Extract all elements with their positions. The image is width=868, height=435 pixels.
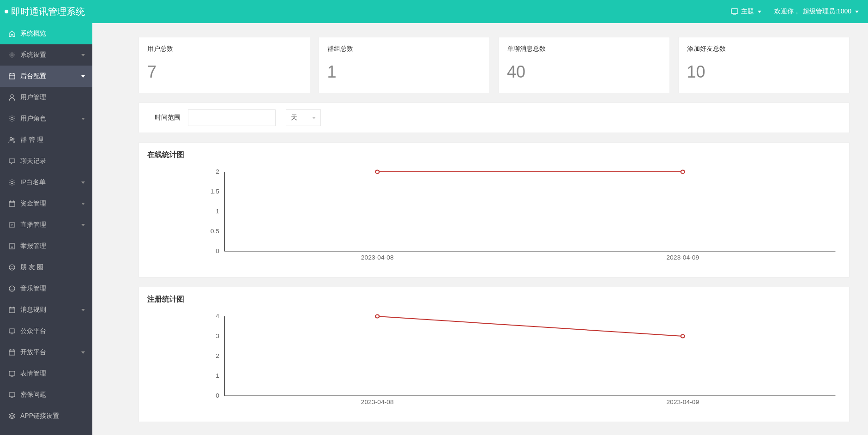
- online-stats-chart: 00.511.522023-04-082023-04-09: [147, 166, 841, 263]
- sidebar: 系统概览系统设置后台配置用户管理用户角色群 管 理聊天记录IP白名单资金管理直播…: [0, 23, 92, 435]
- svg-point-19: [11, 266, 12, 267]
- sidebar-item-label: 系统概览: [20, 30, 46, 38]
- gear-icon: [8, 179, 16, 186]
- svg-text:0: 0: [216, 393, 219, 399]
- svg-rect-30: [9, 350, 15, 355]
- svg-rect-34: [9, 371, 15, 375]
- svg-point-23: [12, 288, 13, 289]
- theme-label: 主题: [741, 7, 754, 16]
- chevron-down-icon: [81, 309, 85, 311]
- svg-point-55: [681, 335, 685, 338]
- theme-button[interactable]: 主题: [731, 7, 761, 16]
- stats-row: 用户总数7群组总数1单聊消息总数40添加好友总数10: [139, 37, 850, 93]
- user-menu[interactable]: 欢迎你， 超级管理员:1000: [774, 7, 859, 16]
- sidebar-item-14[interactable]: 公众平台: [0, 320, 92, 342]
- monitor-icon: [8, 370, 16, 377]
- chat-icon: [8, 157, 16, 165]
- stat-card-2: 单聊消息总数40: [498, 37, 670, 93]
- group-icon: [8, 136, 16, 144]
- sidebar-item-4[interactable]: 用户角色: [0, 108, 92, 129]
- sidebar-item-label: 密保问题: [20, 391, 46, 399]
- calendar-icon: [8, 200, 16, 207]
- sidebar-item-label: 表情管理: [20, 369, 46, 378]
- online-stats-chart-card: 在线统计图 00.511.522023-04-082023-04-09: [139, 142, 850, 278]
- chevron-down-icon: [81, 181, 85, 184]
- svg-text:2023-04-09: 2023-04-09: [666, 254, 699, 261]
- sidebar-item-8[interactable]: 资金管理: [0, 193, 92, 214]
- sidebar-item-3[interactable]: 用户管理: [0, 87, 92, 108]
- sidebar-item-label: 音乐管理: [20, 284, 46, 293]
- play-icon: [8, 221, 16, 229]
- chart-title: 在线统计图: [147, 150, 841, 160]
- sidebar-item-label: APP链接设置: [20, 412, 59, 420]
- sidebar-item-10[interactable]: 举报管理: [0, 236, 92, 257]
- sidebar-item-12[interactable]: 音乐管理: [0, 278, 92, 299]
- svg-point-10: [12, 138, 14, 140]
- svg-text:2: 2: [216, 353, 219, 359]
- stat-value: 1: [327, 62, 482, 82]
- svg-text:1.5: 1.5: [211, 188, 219, 195]
- chevron-down-icon: [81, 75, 85, 78]
- sidebar-item-2[interactable]: 后台配置: [0, 66, 92, 87]
- sidebar-item-13[interactable]: 消息规则: [0, 299, 92, 320]
- chevron-down-icon: [81, 224, 85, 226]
- stat-value: 10: [687, 62, 841, 82]
- smile-icon: [8, 264, 16, 271]
- stat-value: 7: [147, 62, 301, 82]
- sidebar-item-11[interactable]: 朋 友 圈: [0, 257, 92, 278]
- sidebar-item-0[interactable]: 系统概览: [0, 23, 92, 44]
- sidebar-item-9[interactable]: 直播管理: [0, 214, 92, 236]
- svg-rect-3: [9, 74, 15, 79]
- logo-dot-icon: [5, 10, 8, 13]
- svg-point-7: [11, 95, 13, 97]
- report-icon: [8, 242, 16, 250]
- svg-point-20: [12, 266, 13, 267]
- stat-label: 群组总数: [327, 45, 482, 53]
- stat-card-0: 用户总数7: [139, 37, 310, 93]
- svg-rect-17: [10, 243, 14, 249]
- time-range-label: 时间范围: [155, 114, 181, 122]
- sidebar-item-label: 朋 友 圈: [20, 263, 43, 272]
- theme-icon: [731, 8, 738, 15]
- sidebar-item-15[interactable]: 开放平台: [0, 342, 92, 363]
- sidebar-item-6[interactable]: 聊天记录: [0, 151, 92, 172]
- stat-value: 40: [507, 62, 661, 82]
- svg-point-18: [9, 265, 15, 270]
- svg-rect-0: [731, 9, 738, 13]
- monitor-icon: [8, 391, 16, 399]
- svg-text:2023-04-08: 2023-04-08: [361, 399, 394, 405]
- sidebar-item-5[interactable]: 群 管 理: [0, 129, 92, 151]
- sidebar-item-label: 资金管理: [20, 199, 46, 208]
- svg-text:3: 3: [216, 333, 219, 339]
- sidebar-item-label: IP白名单: [20, 178, 46, 187]
- smile-icon: [8, 285, 16, 292]
- sidebar-item-label: 用户角色: [20, 115, 46, 123]
- calendar-icon: [8, 349, 16, 356]
- gear-icon: [8, 115, 16, 122]
- sidebar-item-17[interactable]: 密保问题: [0, 384, 92, 405]
- header-right: 主题 欢迎你， 超级管理员:1000: [731, 7, 859, 16]
- svg-point-9: [10, 138, 12, 140]
- stat-card-1: 群组总数1: [319, 37, 490, 93]
- svg-rect-36: [9, 393, 15, 397]
- svg-text:2: 2: [216, 169, 219, 175]
- main-content: 用户总数7群组总数1单聊消息总数40添加好友总数10 时间范围 天 在线统计图 …: [92, 23, 868, 435]
- svg-text:2023-04-08: 2023-04-08: [361, 254, 394, 261]
- svg-point-22: [11, 288, 12, 289]
- sidebar-item-label: 公众平台: [20, 327, 46, 335]
- time-range-input[interactable]: [188, 109, 276, 126]
- time-unit-select[interactable]: 天: [286, 109, 321, 126]
- sidebar-item-16[interactable]: 表情管理: [0, 363, 92, 384]
- sidebar-item-label: 系统设置: [20, 51, 46, 59]
- sidebar-item-7[interactable]: IP白名单: [0, 172, 92, 193]
- svg-text:2023-04-09: 2023-04-09: [666, 399, 699, 405]
- sidebar-item-18[interactable]: APP链接设置: [0, 405, 92, 427]
- monitor-icon: [8, 327, 16, 335]
- chevron-down-icon: [81, 203, 85, 205]
- sidebar-item-1[interactable]: 系统设置: [0, 44, 92, 66]
- svg-rect-28: [9, 329, 15, 333]
- welcome-text: 欢迎你，: [774, 7, 800, 16]
- home-icon: [8, 30, 16, 37]
- stat-label: 添加好友总数: [687, 45, 841, 53]
- sidebar-item-label: 消息规则: [20, 306, 46, 314]
